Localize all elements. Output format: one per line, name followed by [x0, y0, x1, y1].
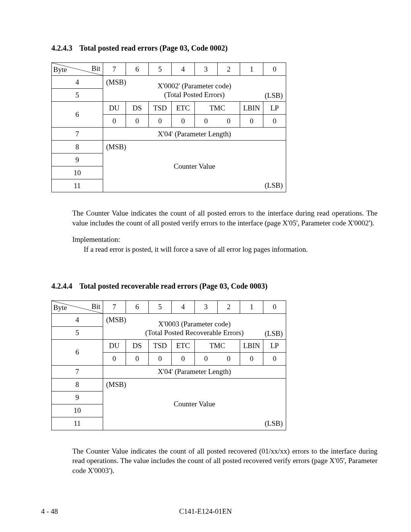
t2-byte-6: 6 [52, 339, 103, 365]
t1-paramlen: X'04' (Parameter Length) [103, 128, 286, 141]
t2-byte-4: 4 [52, 313, 103, 326]
t1-z1: 0 [126, 115, 148, 128]
t1-flag-lp: LP [263, 102, 286, 115]
t1-flag-tsd: TSD [148, 102, 171, 115]
t2-flag-tsd: TSD [148, 339, 171, 352]
t2-flag-lbin: LBIN [240, 339, 263, 352]
section-1-number: 4.2.4.3 [51, 44, 72, 52]
table-2: Bit Byte 7 6 5 4 3 2 1 0 4 (MSB) 5 [51, 300, 286, 430]
t1-bit-6: 6 [126, 63, 148, 76]
t2-z6: 0 [240, 352, 263, 365]
t2-paramcode-l2: (Total Posted Recoverable Errors) [145, 329, 244, 337]
t1-flag-du: DU [103, 102, 126, 115]
t1-msb-2: (MSB) [103, 141, 286, 153]
t2-byte-10: 10 [52, 404, 103, 417]
t2-byte-7: 7 [52, 365, 103, 378]
t1-header-cell: Bit Byte [52, 63, 103, 76]
doc-id: C141-E124-01EN [0, 507, 411, 516]
t2-lsb-1: (LSB) [265, 329, 283, 338]
section-2-title: Total posted recoverable read errors (Pa… [80, 282, 268, 290]
page: 4.2.4.3 Total posted read errors (Page 0… [0, 0, 411, 532]
t1-bit-2: 2 [217, 63, 240, 76]
t1-flag-tmc: TMC [194, 102, 240, 115]
t2-z1: 0 [126, 352, 148, 365]
t1-byte-11: 11 [52, 179, 103, 192]
t1-z7: 0 [263, 115, 286, 128]
table-1: Bit Byte 7 6 5 4 3 2 1 0 4 (MSB) 5 X'000… [51, 62, 286, 192]
t1-byte-4: 4 [52, 76, 103, 89]
section-1-heading: 4.2.4.3 Total posted read errors (Page 0… [51, 44, 362, 53]
t2-flag-etc: ETC [172, 339, 194, 352]
section-2-number: 4.2.4.4 [51, 282, 72, 290]
t2-counter: Counter Value [103, 391, 286, 417]
t1-flag-lbin: LBIN [240, 102, 263, 115]
section-2-para: The Counter Value indicates the count of… [72, 446, 378, 476]
t2-bit-2: 2 [217, 300, 240, 313]
t2-z0: 0 [103, 352, 126, 365]
t2-byte-8: 8 [52, 378, 103, 391]
t2-z7: 0 [263, 352, 286, 365]
t2-bit-7: 7 [103, 300, 126, 313]
t2-bit-6: 6 [126, 300, 148, 313]
t2-flag-ds: DS [126, 339, 148, 352]
t2-byte-9: 9 [52, 391, 103, 404]
t2-bit-3: 3 [194, 300, 217, 313]
t1-bit-4: 4 [172, 63, 194, 76]
t2-flag-lp: LP [263, 339, 286, 352]
t2-header-cell: Bit Byte [52, 300, 103, 313]
t1-paramcode-l2: (Total Posted Errors) [164, 91, 225, 99]
t1-counter: Counter Value [103, 153, 286, 179]
t1-byte-5: 5 [52, 89, 103, 102]
section-2-heading: 4.2.4.4 Total posted recoverable read er… [51, 282, 362, 291]
t2-z3: 0 [172, 352, 194, 365]
t1-bit-0: 0 [263, 63, 286, 76]
t1-z3: 0 [172, 115, 194, 128]
t1-paramcode-cell: X'0002' (Parameter code) (Total Posted E… [103, 89, 286, 102]
t2-byte-5: 5 [52, 326, 103, 339]
t1-byte-7: 7 [52, 128, 103, 141]
t1-bit-3: 3 [194, 63, 217, 76]
section-1-impl: Implementation: If a read error is poste… [72, 235, 362, 254]
t2-msb-2: (MSB) [103, 378, 286, 391]
t1-bit-5: 5 [148, 63, 171, 76]
t2-hdr-bit: Bit [92, 302, 100, 311]
impl-label: Implementation: [72, 235, 362, 244]
t2-lsb-2: (LSB) [103, 417, 286, 430]
t2-byte-11: 11 [52, 417, 103, 430]
t1-hdr-byte: Byte [53, 66, 67, 74]
t1-paramcode-l1: X'0002' (Parameter code) [158, 82, 231, 90]
t2-z2: 0 [148, 352, 171, 365]
t1-hdr-bit: Bit [92, 64, 100, 73]
t2-bit-4: 4 [172, 300, 194, 313]
t2-hdr-byte: Byte [53, 304, 67, 312]
t1-lsb-2: (LSB) [103, 179, 286, 192]
t2-flag-tmc: TMC [194, 339, 240, 352]
t2-paramcode-l1: X'0003 (Parameter code) [158, 320, 231, 328]
t2-z5: 0 [217, 352, 240, 365]
t1-z0: 0 [103, 115, 126, 128]
t1-lsb-1: (LSB) [265, 91, 283, 100]
t1-z5: 0 [217, 115, 240, 128]
t2-flag-du: DU [103, 339, 126, 352]
t1-bit-7: 7 [103, 63, 126, 76]
t1-z6: 0 [240, 115, 263, 128]
t1-flag-ds: DS [126, 102, 148, 115]
t1-z2: 0 [148, 115, 171, 128]
t2-z4: 0 [194, 352, 217, 365]
t1-bit-1: 1 [240, 63, 263, 76]
section-1-title: Total posted read errors (Page 03, Code … [80, 44, 228, 52]
t2-paramcode-cell: X'0003 (Parameter code) (Total Posted Re… [103, 326, 286, 339]
t1-byte-10: 10 [52, 166, 103, 179]
section-1-para: The Counter Value indicates the count of… [72, 208, 378, 228]
t1-flag-etc: ETC [172, 102, 194, 115]
impl-body: If a read error is posted, it will force… [84, 244, 362, 254]
t1-z4: 0 [194, 115, 217, 128]
t1-byte-8: 8 [52, 141, 103, 153]
t1-byte-9: 9 [52, 153, 103, 166]
t2-bit-5: 5 [148, 300, 171, 313]
t2-bit-0: 0 [263, 300, 286, 313]
t2-bit-1: 1 [240, 300, 263, 313]
t2-paramlen: X'04' (Parameter Length) [103, 365, 286, 378]
t1-byte-6: 6 [52, 102, 103, 128]
